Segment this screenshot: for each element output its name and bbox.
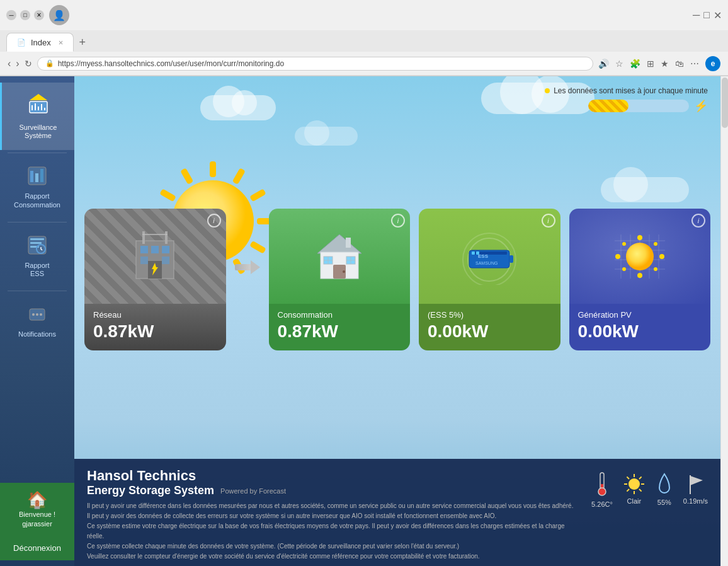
reseau-info-button[interactable]: i [207,214,221,228]
lightning-icon: ⚡ [694,99,708,113]
consommation-info-button[interactable]: i [391,214,405,228]
drop-icon [656,471,673,497]
svg-marker-6 [30,94,47,100]
svg-line-95 [627,477,629,480]
forward-button[interactable]: › [16,58,19,69]
consommation-value: 0.87kW [278,321,402,342]
svg-point-19 [40,313,42,316]
close-window-button[interactable]: × [34,10,44,20]
svg-point-81 [659,254,664,259]
profile-icon[interactable]: 👤 [49,5,69,25]
add-favorites-icon[interactable]: ★ [661,59,669,69]
consommation-title: Consommation [278,310,402,320]
sidebar-item-rapport-ess[interactable]: RapportESS [0,225,74,288]
svg-rect-12 [30,238,44,240]
maximize-button[interactable]: □ [20,10,30,20]
disclaimer-line-5: Veuillez consulter le compteur d'énergie… [87,552,579,562]
tab-close-button[interactable]: × [59,38,64,47]
svg-line-96 [639,489,642,492]
user-label: Bienvenue !gjarassier [19,510,55,528]
svg-text:SAMSUNG: SAMSUNG [475,261,498,265]
sidebar-item-surveillance[interactable]: SurveillanceSystème [0,83,74,150]
reseau-card-image: i [84,209,226,304]
svg-point-84 [622,267,626,271]
sidebar-user[interactable]: 🏠 Bienvenue !gjarassier [0,483,74,536]
notifications-icon [27,304,47,326]
edge-icon: e [705,56,720,71]
pv-svg [608,228,671,285]
progress-bar-container [588,100,689,112]
consommation-card-image: i [269,209,411,304]
update-status-row: Les données sont mises à jour chaque min… [545,86,708,95]
scrollbar-area [720,76,728,566]
minimize-button[interactable]: ─ [6,10,16,20]
pv-title: Génération PV [578,310,702,320]
status-dot [545,88,550,93]
minimize-icon[interactable]: ─ [693,9,700,21]
new-tab-button[interactable]: + [74,33,91,52]
back-button[interactable]: ‹ [8,58,11,69]
arrow-reseau-consommation [235,183,260,350]
svg-point-59 [343,270,345,273]
wind-value: 0.19m/s [683,497,708,505]
reseau-value: 0.87kW [93,321,217,342]
favorites-icon[interactable]: ☆ [615,59,623,69]
restore-icon[interactable]: □ [703,9,710,21]
flag-icon [685,473,705,495]
disclaimer-text: Il peut y avoir une différence dans les … [87,501,579,562]
sidebar: SurveillanceSystème RapportConsommation [0,76,74,566]
more-icon[interactable]: ⋯ [690,59,699,69]
rapport-ess-icon [27,235,47,258]
svg-line-98 [639,477,642,480]
progress-bar-fill [588,100,628,112]
house-svg [311,228,368,285]
extensions-icon[interactable]: 🧩 [630,59,640,69]
update-text: Les données sont mises à jour chaque min… [554,86,708,95]
arrow-svg [235,258,260,277]
humidity-value: 55% [657,499,671,506]
sidebar-item-notifications[interactable]: Notifications [0,294,74,349]
read-aloud-icon[interactable]: 🔊 [598,59,609,69]
svg-rect-13 [30,242,42,244]
refresh-button[interactable]: ↻ [25,59,32,69]
svg-point-83 [654,242,657,246]
pv-info-button[interactable]: i [691,214,705,228]
powered-by: Powered by Forecast [220,487,286,495]
split-screen-icon[interactable]: ⊞ [647,59,654,69]
svg-marker-46 [251,260,260,274]
rapport-consommation-label: RapportConsommation [14,192,60,209]
cloud-3 [601,177,689,202]
ess-value: 0.00kW [428,321,552,342]
svg-rect-21 [232,168,246,185]
temperature-widget: 5.26C° [591,470,613,508]
company-name: Hansol Technics [87,468,579,484]
svg-rect-8 [30,171,33,182]
ess-title: (ESS 5%) [428,310,552,320]
pv-value: 0.00kW [578,321,702,342]
svg-rect-67 [472,251,475,255]
close-icon[interactable]: ✕ [714,9,722,21]
active-tab[interactable]: 📄 Index × [6,33,74,52]
logout-button[interactable]: Déconnexion [0,536,74,560]
ess-info-button[interactable]: i [542,214,555,228]
shopping-icon[interactable]: 🛍 [675,59,684,69]
svg-point-78 [637,235,642,240]
browser-top-bar: ─ □ × 👤 ─ □ ✕ [0,0,728,30]
browser-chrome: ─ □ × 👤 ─ □ ✕ 📄 Index × + ‹ › ↻ 🔒 https:… [0,0,728,76]
app-wrapper: SurveillanceSystème RapportConsommation [0,76,728,566]
weather-widgets: 5.26C° [591,468,708,508]
reseau-card-footer: Réseau 0.87kW [84,304,226,350]
sidebar-item-rapport-consommation[interactable]: RapportConsommation [0,156,74,219]
svg-rect-20 [210,161,216,177]
svg-rect-68 [476,251,479,255]
svg-point-79 [637,273,642,278]
disclaimer-line-3: Ce système estime votre charge électriqu… [87,521,579,541]
ess-card-image: i ESS SAMSUNG [419,209,560,304]
bottom-content: Hansol Technics Energy Storage System Po… [87,468,708,562]
divider-3 [8,291,67,291]
bottom-left: Hansol Technics Energy Storage System Po… [87,468,579,562]
url-field[interactable]: 🔒 https://myess.hansoltechnics.com/user/… [37,57,593,71]
thermometer-icon [593,470,611,499]
svg-rect-63 [509,255,513,263]
scrollbar-thumb[interactable] [722,78,728,128]
